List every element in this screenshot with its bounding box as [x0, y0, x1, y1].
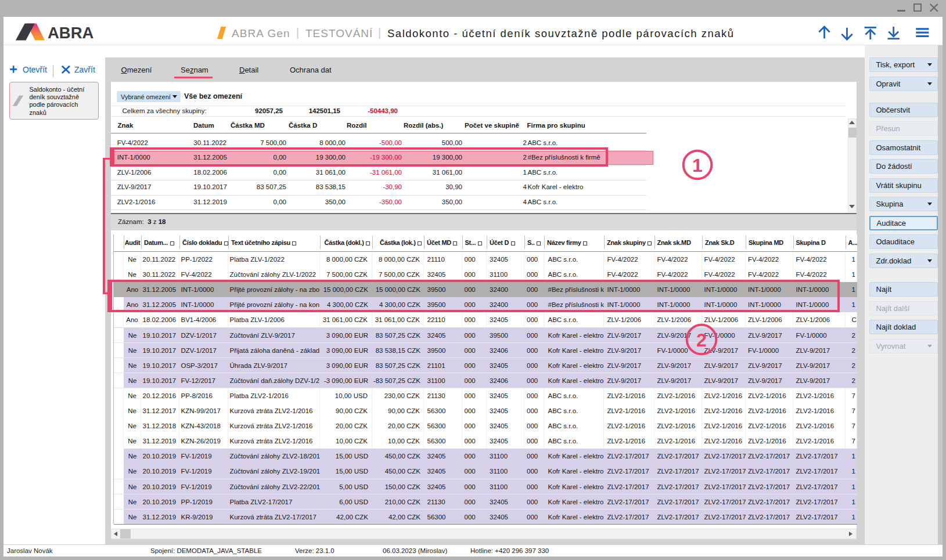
svg-text:ABRA: ABRA	[48, 24, 94, 42]
svg-text:2: 2	[696, 330, 707, 351]
svg-text:1: 1	[692, 155, 703, 176]
